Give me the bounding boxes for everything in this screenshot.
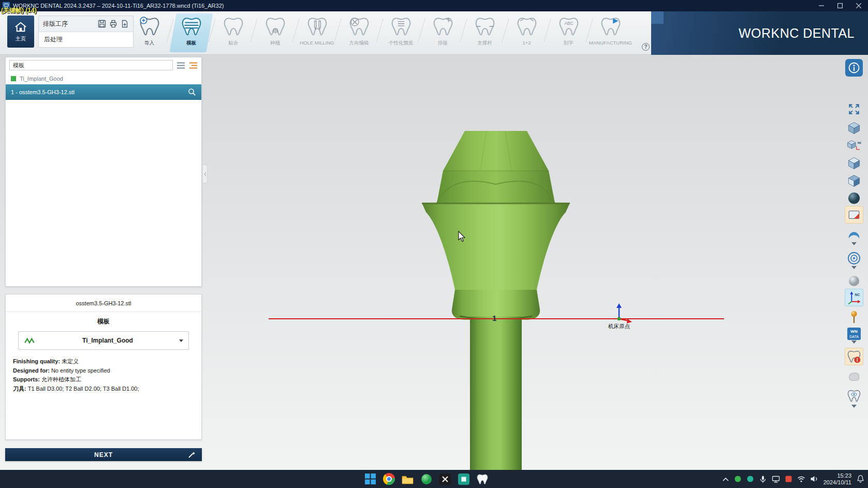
help-icon[interactable]: ? (642, 43, 650, 51)
tray-teal-status-icon[interactable] (746, 475, 754, 483)
chevron-down-icon[interactable] (851, 242, 857, 245)
fit-view-icon (847, 102, 861, 116)
panel-collapse-handle[interactable] (203, 165, 208, 183)
template-color-swatch (11, 76, 16, 81)
visibility-button[interactable] (845, 387, 863, 405)
list-item-label: 1 - osstem3.5-GH3-12.stl (11, 89, 75, 95)
tab-label: 种植 (270, 40, 280, 47)
tab-orientation: 方向编辑 (338, 12, 380, 54)
property-label: Supports: (13, 376, 40, 382)
tab-hole-milling: HOLE MILLING (296, 12, 338, 54)
list-item-stl-file[interactable]: 1 - osstem3.5-GH3-12.stl (6, 84, 201, 100)
process-group: 排版工序 (38, 16, 134, 48)
start-button[interactable] (364, 472, 377, 485)
nc-axes-button[interactable]: NC (845, 289, 863, 306)
iso-view-button[interactable] (845, 119, 863, 137)
next-button-label: NEXT (94, 451, 113, 459)
print-icon[interactable] (109, 20, 117, 28)
workflow-tabstrip: 导入 模板 贴合 种植 (128, 12, 631, 54)
chevron-down-icon[interactable] (851, 405, 857, 408)
taskbar-x-app-button[interactable] (438, 472, 451, 485)
property-label: Finishing quality: (13, 358, 60, 364)
nc-view-button[interactable]: NC (845, 137, 863, 154)
property-row: 刀具:T1 Ball D3.00; T2 Ball D2.00; T3 Ball… (13, 385, 194, 394)
tab-engrave: ABC 刻字 (548, 12, 590, 54)
fit-view-button[interactable] (845, 100, 863, 118)
window-controls (812, 0, 868, 11)
tray-mic-icon[interactable] (759, 475, 767, 483)
clipping-view-button[interactable] (845, 206, 863, 224)
template-select-value: Ti_Implant_Good (36, 337, 179, 344)
info-button[interactable] (845, 59, 863, 77)
tab-template[interactable]: 模板 (170, 12, 212, 54)
home-icon (14, 21, 27, 33)
template-select[interactable]: Ti_Implant_Good (18, 331, 189, 350)
chevron-down-icon[interactable] (851, 266, 857, 269)
minimize-button[interactable] (812, 0, 831, 11)
postprocess-label: 后处理 (44, 35, 63, 44)
taskbar-green-app-button[interactable] (420, 472, 433, 485)
blank-model-button[interactable] (845, 367, 863, 385)
implant-model[interactable] (422, 131, 570, 470)
home-button[interactable]: 主页 (7, 16, 34, 48)
stone-blob-icon (847, 370, 861, 382)
taskbar-explorer-button[interactable] (401, 472, 414, 485)
shaded-view-button[interactable] (845, 189, 863, 207)
list-item-template-group[interactable]: Ti_Implant_Good (6, 73, 201, 84)
machine-origin-marker: 机床原点 (608, 303, 632, 329)
surface-view-button[interactable] (845, 226, 863, 243)
home-label: 主页 (16, 35, 26, 42)
clipping-plane-icon (847, 208, 861, 221)
tab-import[interactable]: 导入 (128, 12, 170, 54)
view-front-button[interactable] (845, 154, 863, 172)
save-icon[interactable] (98, 20, 106, 28)
tray-record-icon[interactable] (785, 475, 792, 483)
iso-cube-icon (847, 121, 861, 135)
taskbar-chrome-button[interactable] (382, 472, 395, 485)
group-view-icon[interactable] (189, 62, 198, 69)
tray-display-icon[interactable] (772, 475, 780, 483)
volume-icon[interactable] (810, 475, 819, 483)
property-row: Supports:允许种植体加工 (13, 375, 194, 385)
part-info-button[interactable] (845, 348, 863, 365)
postprocess-menu-item[interactable]: 后处理 (39, 32, 133, 47)
tab-fit: 贴合 (212, 12, 254, 54)
template-filter-input[interactable]: 模板 (9, 60, 173, 70)
tab-supports: 支撑杆 (464, 12, 506, 54)
close-button[interactable] (849, 0, 868, 11)
view-back-button[interactable] (845, 172, 863, 189)
wn-data-button[interactable]: WN DATA (845, 325, 863, 343)
notification-bell-icon[interactable] (856, 475, 865, 483)
probe-pin-icon (848, 310, 860, 324)
tab-label: HOLE MILLING (300, 40, 334, 46)
wifi-icon[interactable] (797, 475, 805, 483)
tray-expand-icon[interactable] (722, 476, 729, 482)
template-filter-label: 模板 (13, 62, 24, 69)
info-icon (845, 59, 863, 77)
new-document-icon[interactable] (121, 20, 129, 28)
teal-app-icon (458, 474, 469, 485)
target-circles-icon (847, 252, 861, 265)
inspect-icon[interactable] (188, 88, 196, 96)
windows-icon (365, 474, 376, 484)
taskbar-worknc-button[interactable] (476, 472, 489, 485)
tray-green-status-icon[interactable] (734, 475, 742, 483)
tab-label: 1+2 (522, 40, 531, 46)
taskbar: 15:23 2024/10/11 (0, 470, 868, 488)
probe-button[interactable] (845, 308, 863, 326)
tab-1-2: 1+2 (506, 12, 548, 54)
taskbar-apps (364, 470, 489, 488)
titlebar: WORKNC DENTAL 2024.3.2437 – 2024-10-11-T… (0, 0, 868, 11)
target-view-button[interactable] (845, 249, 863, 267)
next-button[interactable]: NEXT (5, 448, 202, 461)
chevron-down-icon[interactable] (851, 341, 857, 344)
stock-view-button[interactable] (845, 272, 863, 290)
wand-icon (187, 451, 196, 459)
list-view-icon[interactable] (176, 62, 185, 69)
tab-manufacturing: MANUFACTURING (590, 12, 631, 54)
property-value: T1 Ball D3.00; T2 Ball D2.00; T3 Ball D1… (28, 386, 139, 392)
maximize-button[interactable] (831, 0, 849, 11)
tab-label: 个性化预览 (389, 40, 414, 47)
clock[interactable]: 15:23 2024/10/11 (823, 472, 851, 486)
taskbar-teal-app-button[interactable] (457, 472, 470, 485)
